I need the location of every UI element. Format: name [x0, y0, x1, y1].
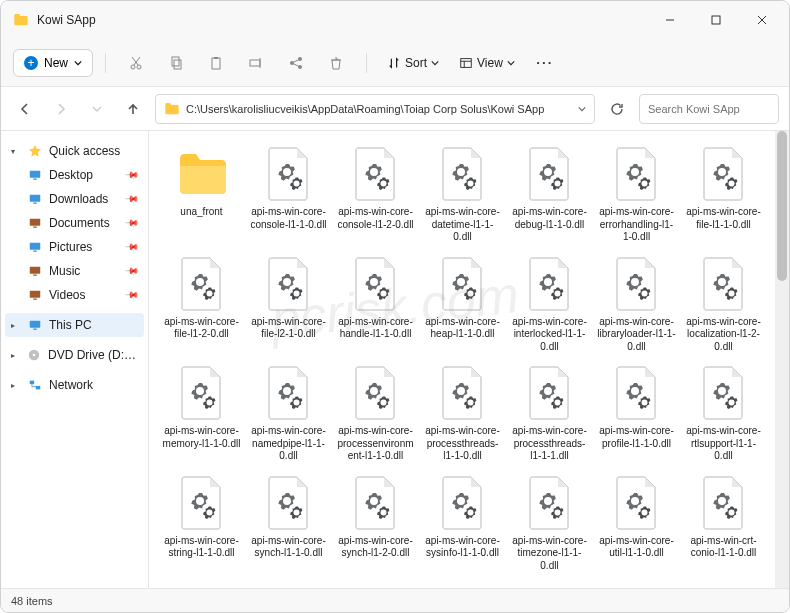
forward-button[interactable]	[47, 95, 75, 123]
chevron-down-icon	[431, 59, 439, 67]
file-name: api-ms-win-core-file-l1-1-0.dll	[684, 206, 763, 231]
dll-icon	[524, 256, 576, 312]
file-item[interactable]: api-ms-win-core-file-l1-1-0.dll	[681, 143, 766, 247]
address-bar: C:\Users\karolisliucveikis\AppData\Roami…	[1, 87, 789, 131]
file-item[interactable]: api-ms-win-core-namedpipe-l1-1-0.dll	[246, 362, 331, 466]
sidebar-quick-access[interactable]: ▾ Quick access	[5, 139, 144, 163]
file-name: api-ms-win-core-synch-l1-1-0.dll	[249, 535, 328, 560]
folder-icon	[164, 102, 180, 116]
file-name: api-ms-win-core-console-l1-1-0.dll	[249, 206, 328, 231]
sidebar-label: Downloads	[49, 192, 108, 206]
file-name: api-ms-win-core-sysinfo-l1-1-0.dll	[423, 535, 502, 560]
dll-icon	[611, 365, 663, 421]
sidebar-item[interactable]: Documents📌	[5, 211, 144, 235]
file-item[interactable]: api-ms-win-core-interlocked-l1-1-0.dll	[507, 253, 592, 357]
more-button[interactable]: ···	[527, 46, 563, 80]
file-item[interactable]: api-ms-win-core-processthreads-l1-1-1.dl…	[507, 362, 592, 466]
sidebar-dvd-drive[interactable]: ▸ DVD Drive (D:) CCCC	[5, 343, 144, 367]
plus-icon: +	[24, 56, 38, 70]
file-item[interactable]: api-ms-win-core-libraryloader-l1-1-0.dll	[594, 253, 679, 357]
file-name: api-ms-win-core-string-l1-1-0.dll	[162, 535, 241, 560]
search-box[interactable]	[639, 94, 779, 124]
minimize-button[interactable]	[647, 5, 693, 35]
file-item[interactable]: api-ms-win-core-string-l1-1-0.dll	[159, 472, 244, 576]
file-item[interactable]: api-ms-win-core-console-l1-2-0.dll	[333, 143, 418, 247]
file-item[interactable]: api-ms-win-core-synch-l1-2-0.dll	[333, 472, 418, 576]
file-item[interactable]: api-ms-win-core-synch-l1-1-0.dll	[246, 472, 331, 576]
folder-icon	[176, 146, 228, 202]
dll-icon	[350, 365, 402, 421]
file-item[interactable]: api-ms-win-core-util-l1-1-0.dll	[594, 472, 679, 576]
view-button[interactable]: View	[451, 50, 523, 76]
file-name: api-ms-win-core-handle-l1-1-0.dll	[336, 316, 415, 341]
file-item[interactable]: api-ms-win-core-timezone-l1-1-0.dll	[507, 472, 592, 576]
sidebar-item[interactable]: Downloads📌	[5, 187, 144, 211]
sidebar-label: Documents	[49, 216, 110, 230]
network-icon	[27, 377, 43, 393]
file-item[interactable]: api-ms-win-core-file-l2-1-0.dll	[246, 253, 331, 357]
file-item[interactable]: api-ms-win-core-profile-l1-1-0.dll	[594, 362, 679, 466]
sidebar-item[interactable]: Videos📌	[5, 283, 144, 307]
view-label: View	[477, 56, 503, 70]
folder-item[interactable]: una_front	[159, 143, 244, 247]
dll-icon	[524, 365, 576, 421]
rename-icon	[248, 55, 264, 71]
copy-button[interactable]	[158, 46, 194, 80]
pin-icon: 📌	[125, 288, 140, 303]
file-name: api-ms-win-core-file-l2-1-0.dll	[249, 316, 328, 341]
dll-icon	[350, 475, 402, 531]
paste-button[interactable]	[198, 46, 234, 80]
file-item[interactable]: api-ms-win-core-debug-l1-1-0.dll	[507, 143, 592, 247]
file-grid: una_frontapi-ms-win-core-console-l1-1-0.…	[149, 131, 775, 588]
path-box[interactable]: C:\Users\karolisliucveikis\AppData\Roami…	[155, 94, 595, 124]
file-item[interactable]: api-ms-win-core-handle-l1-1-0.dll	[333, 253, 418, 357]
new-button[interactable]: + New	[13, 49, 93, 77]
rename-button[interactable]	[238, 46, 274, 80]
share-button[interactable]	[278, 46, 314, 80]
back-button[interactable]	[11, 95, 39, 123]
folder-icon	[27, 287, 43, 303]
sidebar-item[interactable]: Pictures📌	[5, 235, 144, 259]
dll-icon	[263, 256, 315, 312]
scroll-thumb[interactable]	[777, 131, 787, 281]
file-name: api-ms-win-core-processthreads-l1-1-1.dl…	[510, 425, 589, 463]
file-item[interactable]: api-ms-win-core-datetime-l1-1-0.dll	[420, 143, 505, 247]
up-button[interactable]	[119, 95, 147, 123]
file-item[interactable]: api-ms-win-crt-conio-l1-1-0.dll	[681, 472, 766, 576]
refresh-button[interactable]	[603, 95, 631, 123]
close-button[interactable]	[739, 5, 785, 35]
delete-button[interactable]	[318, 46, 354, 80]
sort-button[interactable]: Sort	[379, 50, 447, 76]
file-name: api-ms-win-core-processenvironment-l1-1-…	[336, 425, 415, 463]
sidebar-label: DVD Drive (D:) CCCC	[48, 348, 138, 362]
folder-icon	[13, 13, 29, 27]
scrollbar[interactable]	[775, 131, 789, 588]
cut-button[interactable]	[118, 46, 154, 80]
file-item[interactable]: api-ms-win-core-console-l1-1-0.dll	[246, 143, 331, 247]
file-name: api-ms-win-core-util-l1-1-0.dll	[597, 535, 676, 560]
recent-button[interactable]	[83, 95, 111, 123]
file-item[interactable]: api-ms-win-core-memory-l1-1-0.dll	[159, 362, 244, 466]
monitor-icon	[27, 317, 43, 333]
dll-icon	[524, 146, 576, 202]
file-item[interactable]: api-ms-win-core-processenvironment-l1-1-…	[333, 362, 418, 466]
sidebar-item[interactable]: Music📌	[5, 259, 144, 283]
sidebar-item[interactable]: Desktop📌	[5, 163, 144, 187]
file-item[interactable]: api-ms-win-core-file-l1-2-0.dll	[159, 253, 244, 357]
file-item[interactable]: api-ms-win-core-processthreads-l1-1-0.dl…	[420, 362, 505, 466]
file-item[interactable]: api-ms-win-core-heap-l1-1-0.dll	[420, 253, 505, 357]
maximize-button[interactable]	[693, 5, 739, 35]
file-name: una_front	[180, 206, 222, 219]
dll-icon	[698, 475, 750, 531]
file-name: api-ms-win-core-debug-l1-1-0.dll	[510, 206, 589, 231]
sidebar-this-pc[interactable]: ▸ This PC	[5, 313, 144, 337]
trash-icon	[328, 55, 344, 71]
file-name: api-ms-win-core-rtlsupport-l1-1-0.dll	[684, 425, 763, 463]
search-input[interactable]	[648, 103, 770, 115]
file-item[interactable]: api-ms-win-core-rtlsupport-l1-1-0.dll	[681, 362, 766, 466]
file-item[interactable]: api-ms-win-core-sysinfo-l1-1-0.dll	[420, 472, 505, 576]
sidebar-network[interactable]: ▸ Network	[5, 373, 144, 397]
file-item[interactable]: api-ms-win-core-localization-l1-2-0.dll	[681, 253, 766, 357]
file-name: api-ms-win-core-profile-l1-1-0.dll	[597, 425, 676, 450]
file-item[interactable]: api-ms-win-core-errorhandling-l1-1-0.dll	[594, 143, 679, 247]
